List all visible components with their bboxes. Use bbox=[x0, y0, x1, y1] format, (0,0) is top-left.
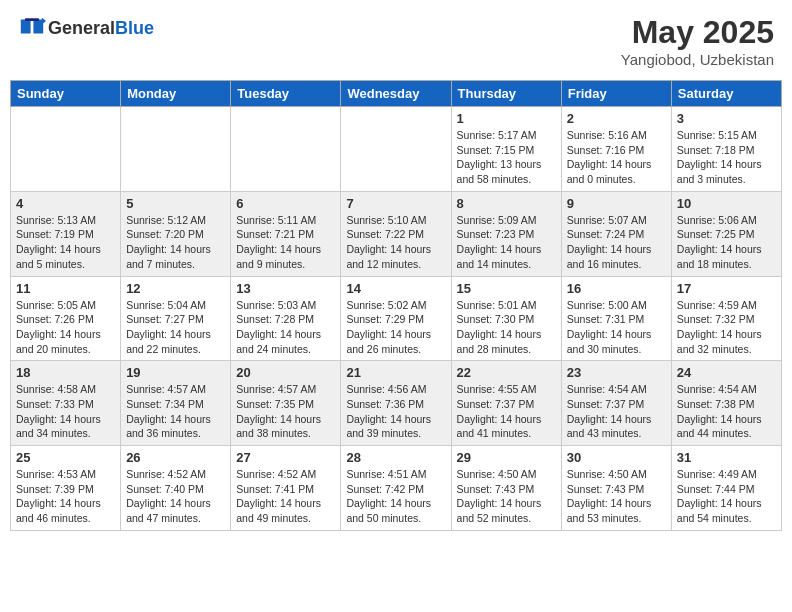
day-number: 7 bbox=[346, 196, 445, 211]
day-number: 23 bbox=[567, 365, 666, 380]
day-info: Sunrise: 5:05 AM Sunset: 7:26 PM Dayligh… bbox=[16, 298, 115, 357]
day-number: 18 bbox=[16, 365, 115, 380]
calendar-cell: 23Sunrise: 4:54 AM Sunset: 7:37 PM Dayli… bbox=[561, 361, 671, 446]
svg-marker-4 bbox=[42, 18, 46, 25]
weekday-header-friday: Friday bbox=[561, 81, 671, 107]
day-number: 3 bbox=[677, 111, 776, 126]
day-number: 31 bbox=[677, 450, 776, 465]
calendar-cell: 1Sunrise: 5:17 AM Sunset: 7:15 PM Daylig… bbox=[451, 107, 561, 192]
day-info: Sunrise: 5:03 AM Sunset: 7:28 PM Dayligh… bbox=[236, 298, 335, 357]
day-number: 11 bbox=[16, 281, 115, 296]
day-info: Sunrise: 5:13 AM Sunset: 7:19 PM Dayligh… bbox=[16, 213, 115, 272]
day-info: Sunrise: 4:52 AM Sunset: 7:40 PM Dayligh… bbox=[126, 467, 225, 526]
day-number: 15 bbox=[457, 281, 556, 296]
location-subtitle: Yangiobod, Uzbekistan bbox=[621, 51, 774, 68]
calendar-cell: 6Sunrise: 5:11 AM Sunset: 7:21 PM Daylig… bbox=[231, 191, 341, 276]
day-info: Sunrise: 5:02 AM Sunset: 7:29 PM Dayligh… bbox=[346, 298, 445, 357]
day-number: 16 bbox=[567, 281, 666, 296]
day-info: Sunrise: 4:49 AM Sunset: 7:44 PM Dayligh… bbox=[677, 467, 776, 526]
day-number: 26 bbox=[126, 450, 225, 465]
day-number: 30 bbox=[567, 450, 666, 465]
day-number: 20 bbox=[236, 365, 335, 380]
day-number: 29 bbox=[457, 450, 556, 465]
day-info: Sunrise: 4:52 AM Sunset: 7:41 PM Dayligh… bbox=[236, 467, 335, 526]
calendar-cell bbox=[11, 107, 121, 192]
day-number: 1 bbox=[457, 111, 556, 126]
day-info: Sunrise: 4:57 AM Sunset: 7:35 PM Dayligh… bbox=[236, 382, 335, 441]
day-info: Sunrise: 4:56 AM Sunset: 7:36 PM Dayligh… bbox=[346, 382, 445, 441]
calendar-cell: 4Sunrise: 5:13 AM Sunset: 7:19 PM Daylig… bbox=[11, 191, 121, 276]
calendar-cell: 25Sunrise: 4:53 AM Sunset: 7:39 PM Dayli… bbox=[11, 446, 121, 531]
day-number: 19 bbox=[126, 365, 225, 380]
calendar-week-row: 18Sunrise: 4:58 AM Sunset: 7:33 PM Dayli… bbox=[11, 361, 782, 446]
day-info: Sunrise: 5:01 AM Sunset: 7:30 PM Dayligh… bbox=[457, 298, 556, 357]
calendar-week-row: 25Sunrise: 4:53 AM Sunset: 7:39 PM Dayli… bbox=[11, 446, 782, 531]
calendar-cell: 12Sunrise: 5:04 AM Sunset: 7:27 PM Dayli… bbox=[121, 276, 231, 361]
day-info: Sunrise: 5:10 AM Sunset: 7:22 PM Dayligh… bbox=[346, 213, 445, 272]
calendar-cell: 22Sunrise: 4:55 AM Sunset: 7:37 PM Dayli… bbox=[451, 361, 561, 446]
day-info: Sunrise: 5:11 AM Sunset: 7:21 PM Dayligh… bbox=[236, 213, 335, 272]
weekday-header-thursday: Thursday bbox=[451, 81, 561, 107]
calendar-cell bbox=[121, 107, 231, 192]
weekday-header-saturday: Saturday bbox=[671, 81, 781, 107]
day-info: Sunrise: 5:06 AM Sunset: 7:25 PM Dayligh… bbox=[677, 213, 776, 272]
calendar-cell: 17Sunrise: 4:59 AM Sunset: 7:32 PM Dayli… bbox=[671, 276, 781, 361]
day-number: 10 bbox=[677, 196, 776, 211]
calendar-cell: 31Sunrise: 4:49 AM Sunset: 7:44 PM Dayli… bbox=[671, 446, 781, 531]
day-info: Sunrise: 4:51 AM Sunset: 7:42 PM Dayligh… bbox=[346, 467, 445, 526]
calendar-cell: 14Sunrise: 5:02 AM Sunset: 7:29 PM Dayli… bbox=[341, 276, 451, 361]
day-number: 4 bbox=[16, 196, 115, 211]
calendar-cell: 20Sunrise: 4:57 AM Sunset: 7:35 PM Dayli… bbox=[231, 361, 341, 446]
day-number: 12 bbox=[126, 281, 225, 296]
svg-rect-3 bbox=[25, 18, 39, 21]
calendar-week-row: 11Sunrise: 5:05 AM Sunset: 7:26 PM Dayli… bbox=[11, 276, 782, 361]
day-info: Sunrise: 5:00 AM Sunset: 7:31 PM Dayligh… bbox=[567, 298, 666, 357]
day-info: Sunrise: 5:04 AM Sunset: 7:27 PM Dayligh… bbox=[126, 298, 225, 357]
day-info: Sunrise: 4:54 AM Sunset: 7:38 PM Dayligh… bbox=[677, 382, 776, 441]
day-info: Sunrise: 4:59 AM Sunset: 7:32 PM Dayligh… bbox=[677, 298, 776, 357]
page-header: GeneralBlue May 2025 Yangiobod, Uzbekist… bbox=[10, 10, 782, 72]
day-info: Sunrise: 4:55 AM Sunset: 7:37 PM Dayligh… bbox=[457, 382, 556, 441]
calendar-cell: 28Sunrise: 4:51 AM Sunset: 7:42 PM Dayli… bbox=[341, 446, 451, 531]
calendar-cell: 2Sunrise: 5:16 AM Sunset: 7:16 PM Daylig… bbox=[561, 107, 671, 192]
calendar-cell bbox=[231, 107, 341, 192]
day-number: 8 bbox=[457, 196, 556, 211]
weekday-header-row: SundayMondayTuesdayWednesdayThursdayFrid… bbox=[11, 81, 782, 107]
title-block: May 2025 Yangiobod, Uzbekistan bbox=[621, 14, 774, 68]
calendar-week-row: 1Sunrise: 5:17 AM Sunset: 7:15 PM Daylig… bbox=[11, 107, 782, 192]
calendar-cell: 18Sunrise: 4:58 AM Sunset: 7:33 PM Dayli… bbox=[11, 361, 121, 446]
day-info: Sunrise: 5:17 AM Sunset: 7:15 PM Dayligh… bbox=[457, 128, 556, 187]
day-number: 2 bbox=[567, 111, 666, 126]
day-number: 17 bbox=[677, 281, 776, 296]
calendar-cell: 16Sunrise: 5:00 AM Sunset: 7:31 PM Dayli… bbox=[561, 276, 671, 361]
day-info: Sunrise: 4:57 AM Sunset: 7:34 PM Dayligh… bbox=[126, 382, 225, 441]
day-info: Sunrise: 5:07 AM Sunset: 7:24 PM Dayligh… bbox=[567, 213, 666, 272]
day-info: Sunrise: 4:50 AM Sunset: 7:43 PM Dayligh… bbox=[567, 467, 666, 526]
day-info: Sunrise: 4:50 AM Sunset: 7:43 PM Dayligh… bbox=[457, 467, 556, 526]
calendar-cell: 7Sunrise: 5:10 AM Sunset: 7:22 PM Daylig… bbox=[341, 191, 451, 276]
day-number: 25 bbox=[16, 450, 115, 465]
month-year-title: May 2025 bbox=[621, 14, 774, 51]
calendar-week-row: 4Sunrise: 5:13 AM Sunset: 7:19 PM Daylig… bbox=[11, 191, 782, 276]
calendar-cell: 11Sunrise: 5:05 AM Sunset: 7:26 PM Dayli… bbox=[11, 276, 121, 361]
day-info: Sunrise: 5:09 AM Sunset: 7:23 PM Dayligh… bbox=[457, 213, 556, 272]
day-number: 22 bbox=[457, 365, 556, 380]
calendar-cell: 5Sunrise: 5:12 AM Sunset: 7:20 PM Daylig… bbox=[121, 191, 231, 276]
day-info: Sunrise: 4:58 AM Sunset: 7:33 PM Dayligh… bbox=[16, 382, 115, 441]
calendar-cell: 10Sunrise: 5:06 AM Sunset: 7:25 PM Dayli… bbox=[671, 191, 781, 276]
calendar-cell: 13Sunrise: 5:03 AM Sunset: 7:28 PM Dayli… bbox=[231, 276, 341, 361]
day-info: Sunrise: 5:16 AM Sunset: 7:16 PM Dayligh… bbox=[567, 128, 666, 187]
day-number: 24 bbox=[677, 365, 776, 380]
calendar-cell: 19Sunrise: 4:57 AM Sunset: 7:34 PM Dayli… bbox=[121, 361, 231, 446]
day-number: 5 bbox=[126, 196, 225, 211]
calendar-cell: 29Sunrise: 4:50 AM Sunset: 7:43 PM Dayli… bbox=[451, 446, 561, 531]
calendar-cell: 15Sunrise: 5:01 AM Sunset: 7:30 PM Dayli… bbox=[451, 276, 561, 361]
day-number: 14 bbox=[346, 281, 445, 296]
calendar-cell: 26Sunrise: 4:52 AM Sunset: 7:40 PM Dayli… bbox=[121, 446, 231, 531]
weekday-header-wednesday: Wednesday bbox=[341, 81, 451, 107]
day-info: Sunrise: 5:12 AM Sunset: 7:20 PM Dayligh… bbox=[126, 213, 225, 272]
day-number: 13 bbox=[236, 281, 335, 296]
day-number: 6 bbox=[236, 196, 335, 211]
day-number: 27 bbox=[236, 450, 335, 465]
weekday-header-tuesday: Tuesday bbox=[231, 81, 341, 107]
